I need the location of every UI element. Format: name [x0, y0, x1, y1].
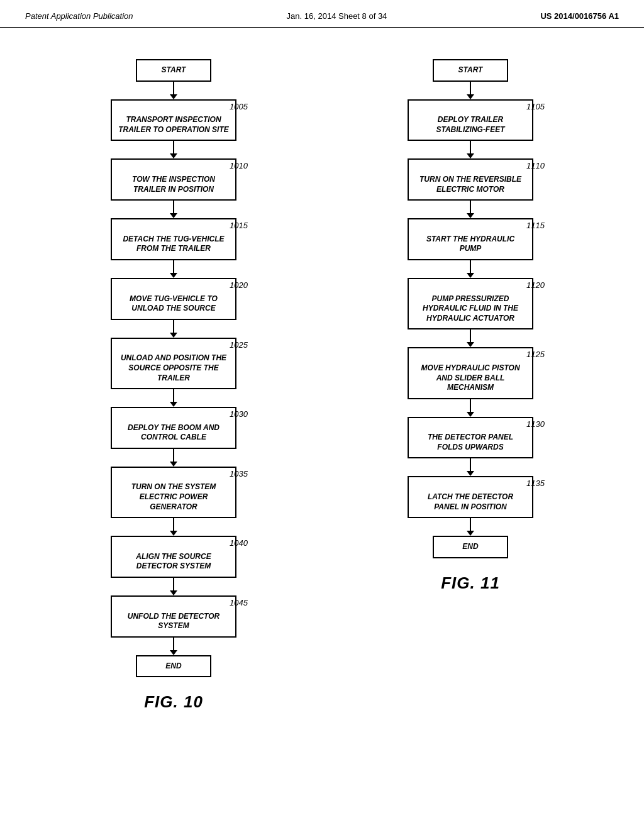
step-1130: THE DETECTOR PANEL FOLDS UPWARDS [408, 417, 533, 459]
end-box-fig11: END [433, 536, 508, 558]
end-box-fig10: END [136, 655, 211, 678]
arrow-fig10-0 [170, 82, 177, 99]
label-1120: 1120 [526, 280, 545, 290]
header-publication-label: Patent Application Publication [25, 11, 133, 21]
step-1125: MOVE HYDRAULIC PISTON AND SLIDER BALL ME… [408, 347, 533, 399]
start-box-fig10: START [136, 59, 211, 82]
step-1135: LATCH THE DETECTOR PANEL IN POSITION [408, 476, 533, 518]
label-1005: 1005 [230, 102, 248, 111]
step-1035: TURN ON THE SYSTEM ELECTRIC POWER GENERA… [111, 467, 236, 518]
start-box-fig11: START [433, 59, 508, 82]
label-1045: 1045 [230, 598, 248, 607]
step-1025: UNLOAD AND POSITION THE SOURCE OPPOSITE … [111, 338, 236, 389]
step-1115: START THE HYDRAULIC PUMP [408, 218, 533, 260]
step-1120: PUMP PRESSURIZED HYDRAULIC FLUID IN THE … [408, 278, 533, 329]
label-1110: 1110 [526, 161, 545, 170]
step-1040: ALIGN THE SOURCE DETECTOR SYSTEM [111, 536, 236, 578]
header-patent-number: US 2014/0016756 A1 [540, 11, 619, 21]
step-1010: TOW THE INSPECTION TRAILER IN POSITION [111, 158, 236, 201]
fig11-label: FIG. 11 [441, 573, 500, 593]
label-1115: 1115 [526, 221, 545, 230]
start-label-fig10: START [162, 65, 186, 74]
header: Patent Application Publication Jan. 16, … [0, 0, 644, 28]
label-1030: 1030 [230, 409, 248, 419]
flowchart-fig11: START DEPLOY TRAILER STABILIZING-FEET 11… [382, 59, 558, 593]
label-1040: 1040 [230, 538, 248, 548]
step-1105: DEPLOY TRAILER STABILIZING-FEET [408, 99, 533, 141]
step-1045: UNFOLD THE DETECTOR SYSTEM [111, 595, 236, 638]
label-1125: 1125 [526, 350, 545, 359]
label-1025: 1025 [230, 340, 248, 350]
label-1105: 1105 [526, 102, 545, 111]
step-1030: DEPLOY THE BOOM AND CONTROL CABLE [111, 407, 236, 449]
step-1015: DETACH THE TUG-VEHICLE FROM THE TRAILER [111, 218, 236, 260]
label-1130: 1130 [526, 419, 545, 429]
page: Patent Application Publication Jan. 16, … [0, 0, 644, 830]
fig10-label: FIG. 10 [144, 692, 203, 712]
header-date-sheet: Jan. 16, 2014 Sheet 8 of 34 [287, 11, 387, 21]
label-1015: 1015 [230, 221, 248, 230]
flowchart-fig10: START TRANSPORT INSPECTION TRAILER TO OP… [86, 59, 262, 712]
label-1135: 1135 [526, 479, 545, 488]
label-1020: 1020 [230, 280, 248, 290]
step-1005: TRANSPORT INSPECTION TRAILER TO OPERATIO… [111, 99, 236, 141]
step-1020: MOVE TUG-VEHICLE TO UNLOAD THE SOURCE [111, 278, 236, 320]
label-1035: 1035 [230, 469, 248, 479]
step-1110: TURN ON THE REVERSIBLE ELECTRIC MOTOR [408, 158, 533, 201]
label-1010: 1010 [230, 161, 248, 170]
